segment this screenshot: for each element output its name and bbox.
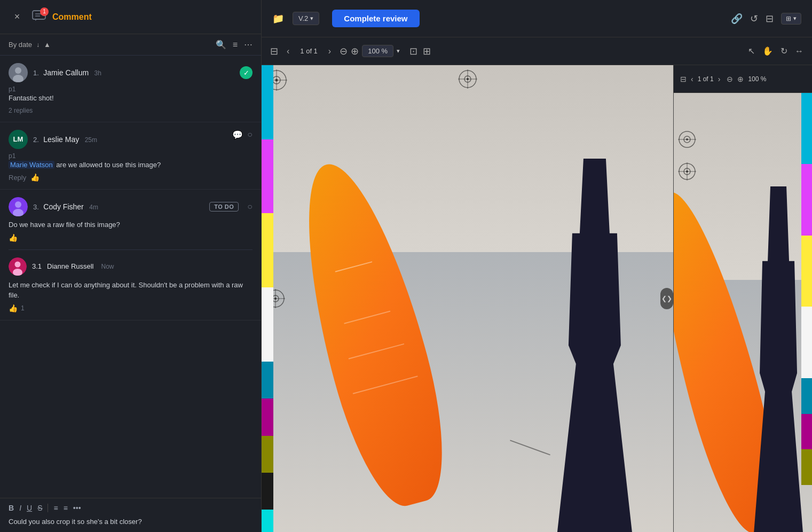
avatar-3 xyxy=(9,197,28,216)
bullet-list-tool[interactable]: ≡ xyxy=(53,504,58,512)
avatar-1 xyxy=(9,63,28,82)
svg-point-4 xyxy=(15,67,21,74)
close-button[interactable]: × xyxy=(9,9,26,26)
surfboard-stripe xyxy=(335,261,372,272)
yellow-swatch xyxy=(262,213,273,287)
comment-num-2: 2. xyxy=(33,136,39,144)
sub-reply-like-icon[interactable]: 👍 xyxy=(9,304,18,312)
prev-page-btn[interactable]: ‹ xyxy=(283,45,293,57)
comment-icon-badge[interactable]: 1 xyxy=(32,10,46,24)
underline-tool[interactable]: U xyxy=(27,504,32,512)
align-icon[interactable]: ⊟ xyxy=(270,45,278,57)
text-editor: B I U S ≡ ≡ ••• Could you also crop it s… xyxy=(0,498,261,533)
zoom-out-btn[interactable]: ⊖ xyxy=(340,45,348,57)
avatar-image-3 xyxy=(9,197,28,216)
reply-area-2: Reply 👍 xyxy=(9,173,253,182)
reply-button-2[interactable]: Reply xyxy=(9,174,26,182)
zoom-in-btn[interactable]: ⊕ xyxy=(351,45,359,57)
right-align-icon[interactable]: ⊟ xyxy=(680,75,687,83)
circle-icon-3[interactable]: ○ xyxy=(247,202,253,212)
toolbar-tools: ↖ ✋ ↻ ↔ xyxy=(748,46,803,56)
comment-meta-2: 2. Leslie May 25m xyxy=(33,135,253,144)
bubble-icon[interactable]: 💬 xyxy=(232,130,243,140)
comment-meta-1: 1. Jamie Callum 3h xyxy=(33,68,234,77)
ordered-list-tool[interactable]: ≡ xyxy=(64,504,68,512)
sort-arrow: ↓ xyxy=(36,41,40,49)
sub-reply-avatar-3-1 xyxy=(9,257,27,276)
zoom-dropdown-arrow[interactable]: ▾ xyxy=(397,48,400,54)
right-zoom-label: 100 % xyxy=(748,75,766,83)
comment-author-2: Leslie May xyxy=(43,135,79,144)
cyan-swatch xyxy=(262,65,273,139)
more-icon[interactable]: ⋯ xyxy=(244,40,253,50)
page-indicator: 1 of 1 xyxy=(298,47,320,55)
comment-badge: 1 xyxy=(40,7,49,16)
replies-link-1[interactable]: 2 replies xyxy=(9,107,253,114)
scroll-handle[interactable]: ❮❯ xyxy=(660,288,673,309)
right-zoom-out-btn[interactable]: ⊖ xyxy=(727,75,733,83)
link-icon[interactable]: 🔗 xyxy=(731,13,743,25)
search-icon[interactable]: 🔍 xyxy=(216,40,226,50)
bold-tool[interactable]: B xyxy=(9,504,14,512)
black-swatch xyxy=(262,473,273,510)
r-magenta-swatch xyxy=(801,164,812,235)
color-strip-left xyxy=(262,65,273,532)
filter-icon[interactable]: ≡ xyxy=(233,40,238,50)
rotate-tool[interactable]: ↻ xyxy=(781,46,787,56)
measure-tool[interactable]: ↔ xyxy=(795,46,803,56)
sub-reply-3-1: 3.1 Dianne Russell Now Let me check if I… xyxy=(9,249,253,312)
grid-icon[interactable]: ⊞ xyxy=(423,45,431,57)
comment-header-3: 3. Cody Fisher 4m TO DO ○ xyxy=(9,197,253,216)
like-row-3: 👍 xyxy=(9,233,253,242)
main-canvas: ❮❯ xyxy=(262,65,673,532)
italic-tool[interactable]: I xyxy=(19,504,21,512)
comment-text-3: Do we have a raw file of this image? xyxy=(9,220,253,230)
sub-reply-name-3-1: Dianne Russell xyxy=(47,262,93,270)
right-next-btn[interactable]: › xyxy=(718,75,721,83)
comment-text-2: Marie Watson are we allowed to use this … xyxy=(9,160,253,170)
sort-actions: 🔍 ≡ ⋯ xyxy=(216,40,253,50)
fit-icon[interactable]: ⊡ xyxy=(409,45,417,57)
comment-author-1: Jamie Callum xyxy=(43,68,89,77)
surfer-scene xyxy=(262,65,673,532)
r-cyan-swatch xyxy=(801,93,812,164)
toolbar-right: 🔗 ↺ ⊟ ⊞ ▾ xyxy=(731,13,801,25)
magenta-swatch xyxy=(262,139,273,214)
right-zoom-in-btn[interactable]: ⊕ xyxy=(737,75,744,83)
svg-point-10 xyxy=(15,261,21,267)
comment-num-3: 3. xyxy=(33,203,39,211)
cursor-tool[interactable]: ↖ xyxy=(748,46,755,56)
cyan-m-swatch xyxy=(262,362,273,398)
split-icon[interactable]: ⊟ xyxy=(766,13,774,25)
editor-input[interactable]: Could you also crop it so she's a bit cl… xyxy=(9,517,253,527)
sort-expand[interactable]: ▲ xyxy=(44,41,51,49)
comment-text-1: Fantastic shot! xyxy=(9,93,253,104)
comment-item-3: 3. Cody Fisher 4m TO DO ○ Do we have a r… xyxy=(0,190,261,320)
refresh-icon[interactable]: ↺ xyxy=(750,13,758,25)
like-icon-3[interactable]: 👍 xyxy=(9,233,18,242)
comment-page-1: p1 xyxy=(9,85,253,93)
view-options[interactable]: ⊞ ▾ xyxy=(781,13,801,25)
comment-item-1: 1. Jamie Callum 3h ✓ p1 Fantastic shot! … xyxy=(0,56,261,122)
comment-header-1: 1. Jamie Callum 3h ✓ xyxy=(9,63,253,82)
like-icon-2[interactable]: 👍 xyxy=(30,173,40,182)
top-toolbar: 📁 V.2 ▾ Complete review 🔗 ↺ ⊟ ⊞ ▾ xyxy=(262,0,812,37)
r-magenta-m-swatch xyxy=(801,414,812,450)
comment-time-2: 25m xyxy=(85,136,97,144)
white-swatch xyxy=(262,287,273,362)
pan-tool[interactable]: ✋ xyxy=(762,46,773,56)
next-page-btn[interactable]: › xyxy=(325,45,334,57)
comment-page-2: p1 xyxy=(9,152,253,160)
more-tools[interactable]: ••• xyxy=(73,504,81,512)
circle-icon[interactable]: ○ xyxy=(247,130,253,140)
complete-review-button[interactable]: Complete review xyxy=(332,10,419,27)
todo-badge-3: TO DO xyxy=(209,202,239,212)
strikethrough-tool[interactable]: S xyxy=(37,504,42,512)
right-prev-btn[interactable]: ‹ xyxy=(691,75,693,83)
version-dropdown-arrow: ▾ xyxy=(310,15,313,22)
editor-toolbar: B I U S ≡ ≡ ••• xyxy=(9,504,253,512)
surfboard-fin-3 xyxy=(352,375,417,394)
zoom-label[interactable]: 100 % xyxy=(362,45,393,57)
folder-icon[interactable]: 📁 xyxy=(272,13,284,25)
version-badge[interactable]: V.2 ▾ xyxy=(293,12,319,25)
